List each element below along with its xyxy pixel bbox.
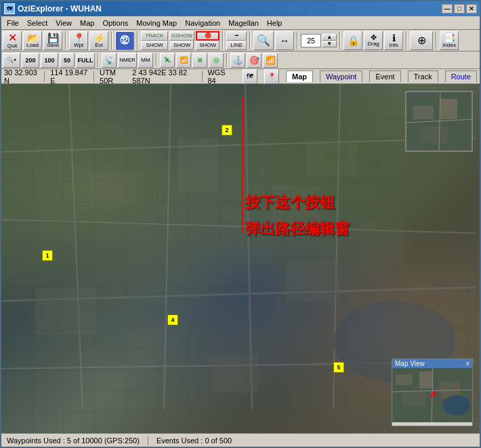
track-button[interactable]: TRACK: [141, 31, 168, 41]
separator-4: [222, 32, 224, 49]
svg-line-5: [164, 84, 171, 409]
waypoint-2: 2: [222, 125, 232, 136]
tab-track[interactable]: Track: [408, 70, 438, 82]
separator-9: [436, 32, 437, 49]
mapview-close-button[interactable]: ×: [465, 360, 469, 367]
svg-rect-9: [89, 172, 144, 206]
minimap-svg: [406, 92, 472, 150]
anchor-button[interactable]: ⚓: [230, 53, 245, 68]
nav-arrows-icon: ⊕: [417, 35, 426, 46]
target-button[interactable]: 🎯: [247, 53, 262, 68]
zoom-up-button[interactable]: ▲: [322, 34, 337, 41]
svg-rect-18: [360, 220, 404, 267]
search-button[interactable]: 🔍: [253, 31, 274, 50]
gshow-show-button[interactable]: SHOW: [170, 41, 194, 50]
gps-sat-button[interactable]: 📡: [102, 53, 117, 68]
separator-5: [249, 32, 251, 49]
annotation-text: 按下这个按钮 弹出路径编辑窗: [245, 192, 350, 240]
menu-file[interactable]: File: [3, 18, 23, 28]
mm-button[interactable]: MM: [138, 53, 153, 68]
drag-button[interactable]: ✥ Drag: [364, 31, 383, 50]
nav-arrows-button[interactable]: ⊕: [410, 31, 433, 50]
status-bar: Waypoints Used : 5 of 10000 (GPS:250) Ev…: [1, 433, 480, 447]
svg-rect-27: [419, 371, 433, 388]
route-show2-button[interactable]: SHOW: [196, 41, 219, 50]
waypoint-5-label: 5: [337, 364, 340, 371]
minimize-button[interactable]: —: [442, 4, 453, 14]
line-icon: ━: [235, 33, 238, 39]
wifi-button[interactable]: 📶: [263, 53, 278, 68]
waypoint-tab-icon[interactable]: 📍: [264, 69, 279, 84]
route-show-button[interactable]: 🔴: [196, 31, 219, 41]
menu-select[interactable]: Select: [23, 18, 52, 28]
zoom-100-button[interactable]: 100: [41, 53, 58, 68]
svg-rect-12: [35, 287, 96, 335]
zoom-input[interactable]: [301, 34, 321, 47]
gps2-button[interactable]: 📶: [176, 53, 191, 68]
zoom-200-button[interactable]: 🔍+: [3, 53, 20, 68]
gps3-button[interactable]: ⊕: [192, 53, 207, 68]
info-button[interactable]: ℹ Info: [384, 31, 403, 50]
svg-rect-14: [286, 260, 340, 301]
gshow-button[interactable]: GSHOW: [169, 31, 194, 41]
line-show-button[interactable]: LINE: [226, 41, 247, 50]
load-button[interactable]: 📂 Load: [23, 31, 42, 50]
wpt-icon: 📍: [73, 33, 85, 43]
lock-icon: 🔒: [348, 36, 359, 45]
lock-button[interactable]: 🔒: [343, 31, 362, 50]
map-tab-icon[interactable]: 🗺: [243, 69, 257, 84]
quit-label: Quit: [7, 43, 18, 49]
track-show-button[interactable]: SHOW: [141, 41, 168, 50]
tab-waypoint[interactable]: Waypoint: [320, 70, 362, 82]
tab-event[interactable]: Event: [369, 70, 400, 82]
zoom-50-button[interactable]: 50: [60, 53, 75, 68]
annotation-line2: 弹出路径编辑窗: [245, 219, 350, 240]
move-icon: ↔: [280, 36, 289, 45]
save-button[interactable]: 💾 Save: [43, 31, 62, 50]
tab-map[interactable]: Map: [286, 70, 313, 82]
gps4-button[interactable]: ◎: [209, 53, 224, 68]
coord-utm: UTM 50R: [100, 68, 127, 85]
map-icon: 🗺: [247, 73, 253, 80]
menu-view[interactable]: View: [51, 18, 76, 28]
svg-rect-15: [211, 355, 259, 392]
close-button[interactable]: ✕: [466, 4, 477, 14]
evt-button[interactable]: ⚡ Evt: [89, 31, 108, 50]
menu-navigation[interactable]: Navigation: [181, 18, 224, 28]
line-group: ━ LINE: [226, 31, 247, 50]
maximize-button[interactable]: □: [454, 4, 465, 14]
main-window: 🗺 OziExplorer - WUHAN — □ ✕ File Select …: [0, 0, 481, 448]
route-icon-label: 🔴: [205, 33, 211, 39]
move-button[interactable]: ↔: [275, 31, 294, 50]
svg-point-33: [432, 392, 436, 396]
nmer-button[interactable]: NMER: [118, 53, 137, 68]
info-icon: ℹ: [392, 33, 396, 43]
menu-moving-map[interactable]: Moving Map: [132, 18, 181, 28]
gps-sat-icon: 📡: [104, 56, 114, 65]
wpt-button[interactable]: 📍 Wpt: [69, 31, 88, 50]
waypoint-4-label: 4: [171, 317, 174, 323]
zoom-200-icon: 🔍+: [7, 57, 17, 63]
nmer-label: NMER: [119, 57, 135, 63]
map-area[interactable]: 按下这个按钮 弹出路径编辑窗 1 2 4 5: [1, 84, 480, 433]
waypoint-2-label: 2: [225, 127, 228, 134]
line-button[interactable]: ━: [226, 31, 247, 41]
quit-button[interactable]: ✕ Quit: [3, 31, 22, 50]
tab-route[interactable]: Route: [445, 70, 477, 82]
menu-options[interactable]: Options: [98, 18, 132, 28]
coord-bar: 30 32.903 N 114 19.847 E UTM 50R 2 43 94…: [1, 69, 480, 84]
menu-map[interactable]: Map: [76, 18, 98, 28]
number-badge-button[interactable]: ⑫: [115, 31, 134, 50]
svg-rect-10: [177, 138, 218, 192]
menu-magellan[interactable]: Magellan: [224, 18, 263, 28]
svg-rect-17: [306, 138, 357, 176]
gps1-button[interactable]: 🛰: [160, 53, 175, 68]
zoom-down-button[interactable]: ▼: [322, 41, 337, 47]
menu-help[interactable]: Help: [263, 18, 287, 28]
index-button[interactable]: 📑 Index: [440, 31, 459, 50]
svg-rect-13: [123, 321, 164, 355]
svg-rect-22: [420, 126, 447, 143]
zoom-200-label-btn[interactable]: 200: [22, 53, 39, 68]
gps-show-group: GSHOW SHOW: [169, 31, 194, 50]
zoom-full-button[interactable]: FULL: [76, 53, 95, 68]
